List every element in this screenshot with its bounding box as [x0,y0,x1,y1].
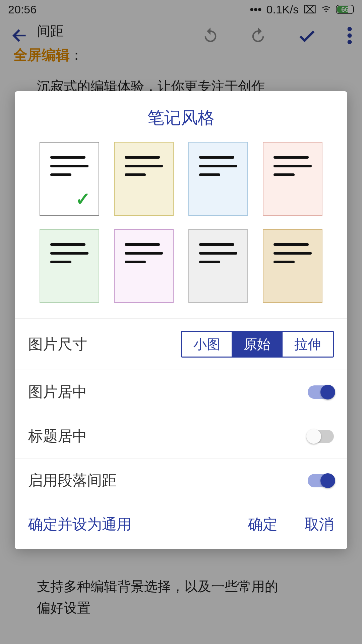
setting-row-0: 图片居中 [15,370,347,414]
dialog-footer: 确定并设为通用 确定 取消 [15,502,347,538]
toggle-label-1: 标题居中 [28,426,87,446]
text-lines-icon [125,156,163,182]
toggle-label-2: 启用段落间距 [28,471,117,490]
style-grid: ✓ [15,142,347,318]
toggle-0[interactable] [308,385,334,399]
ok-button[interactable]: 确定 [248,515,278,534]
style-option-pink[interactable] [263,142,322,216]
text-lines-icon [199,243,237,269]
style-option-tan[interactable] [263,229,322,303]
setting-image-size: 图片尺寸 小图原始拉伸 [15,318,347,370]
setting-row-2: 启用段落间距 [15,459,347,502]
toggle-label-0: 图片居中 [28,382,87,402]
style-option-white[interactable]: ✓ [40,142,99,216]
text-lines-icon [50,243,88,269]
image-size-label: 图片尺寸 [28,334,87,354]
toggle-1[interactable] [308,430,334,443]
style-option-purple[interactable] [114,229,174,303]
style-option-green[interactable] [40,229,99,303]
setting-row-1: 标题居中 [15,414,347,459]
text-lines-icon [199,156,237,182]
image-size-0[interactable]: 小图 [182,332,232,357]
image-size-2[interactable]: 拉伸 [283,332,333,357]
dialog-title: 笔记风格 [15,91,347,142]
text-lines-icon [50,156,88,182]
image-size-1[interactable]: 原始 [232,332,283,357]
text-lines-icon [274,243,312,269]
toggle-2[interactable] [308,474,334,487]
note-style-dialog: 笔记风格 ✓ 图片尺寸 小图原始拉伸 图片居中标题居中启用段落间距 确定并设为通… [15,91,347,549]
style-option-yellow[interactable] [114,142,174,216]
style-option-grey[interactable] [188,229,248,303]
text-lines-icon [274,156,312,182]
checkmark-icon: ✓ [75,189,90,210]
text-lines-icon [125,243,163,269]
style-option-blue[interactable] [188,142,248,216]
set-default-button[interactable]: 确定并设为通用 [28,515,131,534]
image-size-segmented: 小图原始拉伸 [181,331,334,358]
cancel-button[interactable]: 取消 [304,515,334,534]
